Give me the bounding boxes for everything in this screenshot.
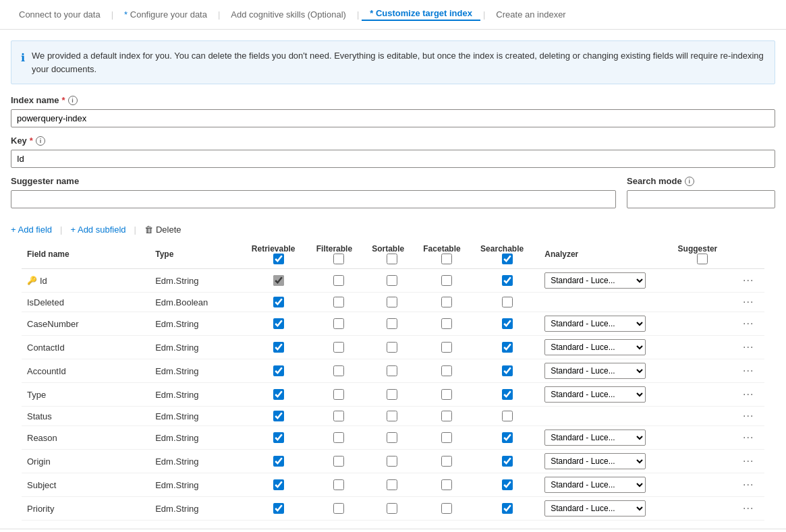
table-row: IsDeletedEdm.Boolean···	[22, 293, 764, 312]
row-actions-button[interactable]: ···	[743, 296, 754, 307]
sortable-checkbox[interactable]	[387, 503, 397, 514]
facetable-checkbox[interactable]	[441, 432, 452, 443]
facetable-checkbox[interactable]	[441, 479, 452, 490]
searchable-checkbox[interactable]	[502, 318, 513, 329]
analyzer-select[interactable]: Standard - Luce...	[544, 363, 646, 379]
header-searchable-checkbox[interactable]	[502, 254, 513, 264]
searchable-checkbox[interactable]	[502, 479, 513, 490]
wizard-step-cognitive[interactable]: Add cognitive skills (Optional)	[223, 9, 354, 20]
retrievable-checkbox[interactable]	[273, 275, 284, 286]
wizard-step-configure[interactable]: Configure your data	[116, 9, 215, 20]
facetable-checkbox[interactable]	[441, 342, 452, 353]
retrievable-checkbox[interactable]	[273, 389, 284, 400]
filterable-checkbox[interactable]	[333, 365, 344, 376]
header-sortable-checkbox[interactable]	[387, 254, 397, 264]
filterable-checkbox[interactable]	[333, 275, 344, 286]
searchable-checkbox[interactable]	[502, 342, 513, 353]
header-filterable-checkbox[interactable]	[333, 254, 344, 264]
retrievable-checkbox[interactable]	[273, 297, 284, 307]
analyzer-select[interactable]: Standard - Luce...	[544, 339, 646, 355]
filterable-checkbox[interactable]	[333, 479, 344, 490]
searchable-checkbox[interactable]	[502, 456, 513, 467]
header-facetable-checkbox[interactable]	[441, 254, 452, 264]
facetable-checkbox[interactable]	[441, 275, 452, 286]
retrievable-checkbox[interactable]	[273, 365, 284, 376]
wizard-step-connect[interactable]: Connect to your data	[11, 9, 109, 20]
suggester-name-input[interactable]	[11, 190, 616, 208]
filterable-checkbox[interactable]	[333, 411, 344, 421]
add-field-button[interactable]: + Add field	[11, 225, 52, 235]
key-info-icon[interactable]: i	[36, 136, 45, 146]
row-actions-button[interactable]: ···	[743, 274, 754, 286]
filterable-checkbox[interactable]	[333, 456, 344, 467]
search-mode-input[interactable]	[627, 190, 775, 208]
delete-button[interactable]: 🗑 Delete	[144, 225, 181, 235]
filterable-checkbox[interactable]	[333, 503, 344, 514]
facetable-checkbox[interactable]	[441, 411, 452, 421]
filterable-checkbox[interactable]	[333, 389, 344, 400]
facetable-checkbox[interactable]	[441, 389, 452, 400]
row-actions-button[interactable]: ···	[743, 341, 754, 353]
sortable-checkbox[interactable]	[387, 342, 397, 353]
row-actions-button[interactable]: ···	[743, 365, 754, 376]
row-actions-button[interactable]: ···	[743, 410, 754, 421]
row-actions-button[interactable]: ···	[743, 479, 754, 490]
sortable-checkbox[interactable]	[387, 479, 397, 490]
retrievable-checkbox[interactable]	[273, 503, 284, 514]
filterable-checkbox[interactable]	[333, 342, 344, 353]
field-type-cell: Edm.String	[150, 473, 246, 497]
analyzer-select[interactable]: Standard - Luce...	[544, 500, 646, 516]
index-name-input[interactable]	[11, 109, 775, 127]
row-actions-button[interactable]: ···	[743, 388, 754, 400]
facetable-checkbox[interactable]	[441, 503, 452, 514]
sortable-checkbox[interactable]	[387, 432, 397, 443]
retrievable-checkbox[interactable]	[273, 456, 284, 467]
index-name-info-icon[interactable]: i	[68, 96, 78, 105]
header-retrievable-checkbox[interactable]	[273, 254, 284, 264]
searchable-checkbox[interactable]	[502, 503, 513, 514]
searchable-checkbox[interactable]	[502, 275, 513, 286]
analyzer-select[interactable]: Standard - Luce...	[544, 272, 646, 289]
sortable-checkbox[interactable]	[387, 365, 397, 376]
row-actions-button[interactable]: ···	[743, 502, 754, 514]
facetable-checkbox[interactable]	[441, 318, 452, 329]
sortable-checkbox[interactable]	[387, 297, 397, 307]
search-mode-info-icon[interactable]: i	[685, 177, 694, 186]
sortable-checkbox[interactable]	[387, 411, 397, 421]
searchable-checkbox[interactable]	[502, 411, 513, 421]
sortable-checkbox[interactable]	[387, 389, 397, 400]
sortable-checkbox[interactable]	[387, 318, 397, 329]
retrievable-checkbox[interactable]	[273, 342, 284, 353]
analyzer-select[interactable]: Standard - Luce...	[544, 386, 646, 403]
sortable-checkbox[interactable]	[387, 456, 397, 467]
facetable-checkbox[interactable]	[441, 365, 452, 376]
analyzer-select[interactable]: Standard - Luce...	[544, 477, 646, 493]
sortable-checkbox[interactable]	[387, 275, 397, 286]
header-suggester-checkbox[interactable]	[697, 254, 708, 264]
filterable-checkbox[interactable]	[333, 432, 344, 443]
searchable-checkbox[interactable]	[502, 389, 513, 400]
facetable-checkbox[interactable]	[441, 456, 452, 467]
retrievable-cell	[246, 293, 311, 312]
analyzer-select[interactable]: Standard - Luce...	[544, 430, 646, 446]
searchable-checkbox[interactable]	[502, 432, 513, 443]
searchable-checkbox[interactable]	[502, 297, 513, 307]
facetable-checkbox[interactable]	[441, 297, 452, 307]
key-input[interactable]	[11, 150, 775, 168]
add-subfield-button[interactable]: + Add subfield	[70, 225, 125, 235]
wizard-step-customize[interactable]: Customize target index	[362, 8, 480, 21]
wizard-step-indexer[interactable]: Create an indexer	[488, 9, 573, 20]
retrievable-checkbox[interactable]	[273, 432, 284, 443]
retrievable-checkbox[interactable]	[273, 479, 284, 490]
filterable-checkbox[interactable]	[333, 297, 344, 307]
row-actions-button[interactable]: ···	[743, 455, 754, 467]
row-actions-button[interactable]: ···	[743, 432, 754, 443]
retrievable-checkbox[interactable]	[273, 318, 284, 329]
filterable-checkbox[interactable]	[333, 318, 344, 329]
searchable-checkbox[interactable]	[502, 365, 513, 376]
retrievable-checkbox[interactable]	[273, 411, 284, 421]
analyzer-select[interactable]: Standard - Luce...	[544, 316, 646, 332]
analyzer-select[interactable]: Standard - Luce...	[544, 453, 646, 469]
row-actions-button[interactable]: ···	[743, 318, 754, 329]
row-actions-cell: ···	[732, 407, 764, 426]
